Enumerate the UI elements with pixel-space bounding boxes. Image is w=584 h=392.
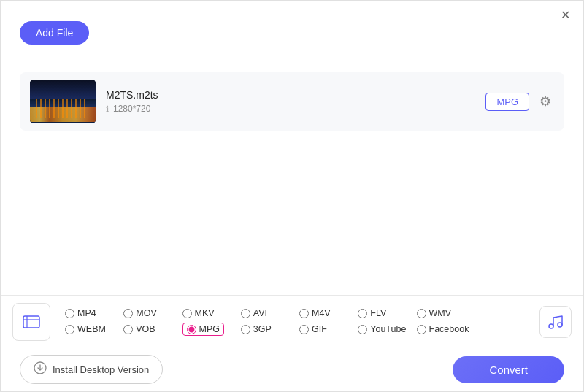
format-option-m4v[interactable]: M4V (296, 307, 355, 320)
bottom-bar: MP4 MOV MKV AVI M4V FLV (1, 295, 583, 391)
settings-button[interactable]: ⚙ (537, 92, 554, 111)
file-item: M2TS.m2ts ℹ 1280*720 MPG ⚙ (20, 72, 564, 131)
format-option-youtube[interactable]: YouTube (355, 321, 413, 337)
format-option-avi[interactable]: AVI (238, 307, 296, 320)
title-bar: ✕ (1, 1, 583, 27)
download-icon (34, 361, 47, 377)
install-desktop-button[interactable]: Install Desktop Version (20, 355, 163, 384)
svg-point-4 (558, 323, 562, 327)
format-option-wmv[interactable]: WMV (414, 307, 472, 320)
footer-actions: Install Desktop Version Convert (1, 347, 583, 391)
format-option-3gp[interactable]: 3GP (238, 321, 296, 337)
format-option-webm[interactable]: WEBM (62, 321, 120, 337)
info-icon: ℹ (106, 104, 109, 114)
file-resolution: 1280*720 (113, 104, 150, 114)
file-actions: MPG ⚙ (485, 92, 554, 111)
svg-rect-0 (23, 316, 39, 328)
add-file-button[interactable]: Add File (20, 21, 89, 45)
install-label: Install Desktop Version (53, 364, 149, 375)
format-option-vob[interactable]: VOB (120, 321, 179, 337)
convert-button[interactable]: Convert (453, 356, 564, 383)
file-thumbnail (30, 80, 96, 123)
format-section: MP4 MOV MKV AVI M4V FLV (1, 296, 583, 347)
format-option-mp4[interactable]: MP4 (62, 307, 120, 320)
file-meta: ℹ 1280*720 (106, 104, 475, 114)
format-badge-button[interactable]: MPG (485, 93, 529, 111)
format-option-facebook[interactable]: Facebook (414, 321, 472, 337)
svg-point-3 (549, 324, 553, 328)
file-name: M2TS.m2ts (106, 89, 475, 101)
music-format-icon[interactable] (539, 306, 572, 338)
format-grid: MP4 MOV MKV AVI M4V FLV (62, 307, 531, 337)
video-format-icon[interactable] (12, 303, 50, 341)
format-option-mpg[interactable]: MPG (180, 321, 238, 337)
close-button[interactable]: ✕ (558, 8, 573, 23)
format-option-mkv[interactable]: MKV (180, 307, 238, 320)
format-option-flv[interactable]: FLV (355, 307, 413, 320)
file-list: M2TS.m2ts ℹ 1280*720 MPG ⚙ (20, 72, 564, 131)
format-option-gif[interactable]: GIF (296, 321, 355, 337)
format-option-mov[interactable]: MOV (120, 307, 179, 320)
file-info: M2TS.m2ts ℹ 1280*720 (106, 89, 475, 114)
